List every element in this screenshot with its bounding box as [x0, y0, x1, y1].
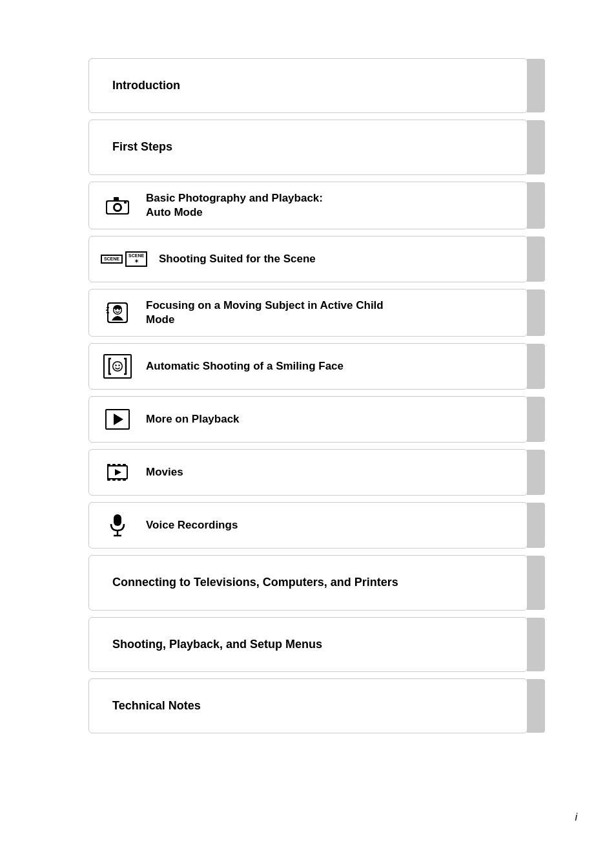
- movie-icon: [101, 461, 134, 483]
- svg-rect-30: [114, 514, 121, 526]
- svg-rect-24: [123, 464, 126, 466]
- toc-label-introduction: Introduction: [101, 68, 192, 103]
- tab-voice: [527, 503, 545, 548]
- toc-label-smile: Automatic Shooting of a Smiling Face: [146, 359, 344, 373]
- toc-item-smile[interactable]: Automatic Shooting of a Smiling Face: [88, 343, 528, 390]
- svg-point-18: [118, 364, 119, 366]
- svg-point-10: [115, 309, 116, 310]
- svg-rect-23: [118, 464, 121, 466]
- svg-rect-26: [112, 478, 116, 481]
- tab-first-steps: [527, 120, 545, 174]
- child-icon: [101, 300, 134, 326]
- table-of-contents: Introduction First Steps: [88, 58, 528, 733]
- svg-rect-25: [107, 478, 110, 481]
- toc-item-auto-mode[interactable]: Basic Photography and Playback:Auto Mode: [88, 182, 528, 229]
- toc-label-playback: More on Playback: [146, 412, 240, 426]
- svg-rect-4: [114, 197, 119, 201]
- smile-icon: [101, 354, 134, 379]
- page: Introduction First Steps: [0, 0, 616, 849]
- toc-item-introduction[interactable]: Introduction: [88, 58, 528, 113]
- tab-playback: [527, 397, 545, 442]
- tab-technical: [527, 679, 545, 733]
- toc-item-connecting[interactable]: Connecting to Televisions, Computers, an…: [88, 555, 528, 610]
- toc-item-playback[interactable]: More on Playback: [88, 396, 528, 443]
- page-number: i: [575, 812, 577, 823]
- tab-menus: [527, 618, 545, 671]
- tab-connecting: [527, 556, 545, 609]
- toc-label-auto-mode: Basic Photography and Playback:Auto Mode: [146, 191, 323, 220]
- scene-icon: SCENE SCENE ✶: [101, 251, 147, 267]
- toc-item-child-mode[interactable]: Focusing on a Moving Subject in Active C…: [88, 289, 528, 337]
- svg-point-17: [115, 364, 116, 366]
- toc-label-child-mode: Focusing on a Moving Subject in Active C…: [146, 299, 384, 327]
- svg-rect-21: [107, 464, 110, 466]
- toc-label-first-steps: First Steps: [101, 129, 184, 165]
- tab-child-mode: [527, 289, 545, 336]
- svg-point-3: [115, 205, 120, 210]
- toc-label-movies: Movies: [146, 465, 183, 479]
- microphone-icon: [101, 514, 134, 537]
- toc-label-connecting: Connecting to Televisions, Computers, an…: [101, 565, 410, 600]
- svg-rect-28: [123, 478, 126, 481]
- svg-rect-22: [112, 464, 116, 466]
- toc-label-technical: Technical Notes: [101, 688, 212, 724]
- toc-label-scene: Shooting Suited for the Scene: [159, 252, 316, 266]
- playback-icon: [101, 409, 134, 430]
- svg-rect-5: [124, 202, 127, 204]
- toc-label-menus: Shooting, Playback, and Setup Menus: [101, 627, 334, 662]
- toc-label-voice: Voice Recordings: [146, 518, 238, 532]
- tab-auto-mode: [527, 182, 545, 229]
- tab-introduction: [527, 59, 545, 112]
- toc-item-menus[interactable]: Shooting, Playback, and Setup Menus: [88, 617, 528, 672]
- toc-item-scene[interactable]: SCENE SCENE ✶ Shooting Suited for the Sc…: [88, 236, 528, 282]
- camera-icon: [101, 196, 134, 215]
- tab-scene: [527, 236, 545, 282]
- toc-item-movies[interactable]: Movies: [88, 449, 528, 496]
- tab-smile: [527, 344, 545, 389]
- svg-point-11: [118, 309, 119, 310]
- svg-rect-27: [118, 478, 121, 481]
- toc-item-technical[interactable]: Technical Notes: [88, 678, 528, 733]
- toc-item-voice[interactable]: Voice Recordings: [88, 502, 528, 549]
- tab-movies: [527, 450, 545, 495]
- toc-item-first-steps[interactable]: First Steps: [88, 120, 528, 174]
